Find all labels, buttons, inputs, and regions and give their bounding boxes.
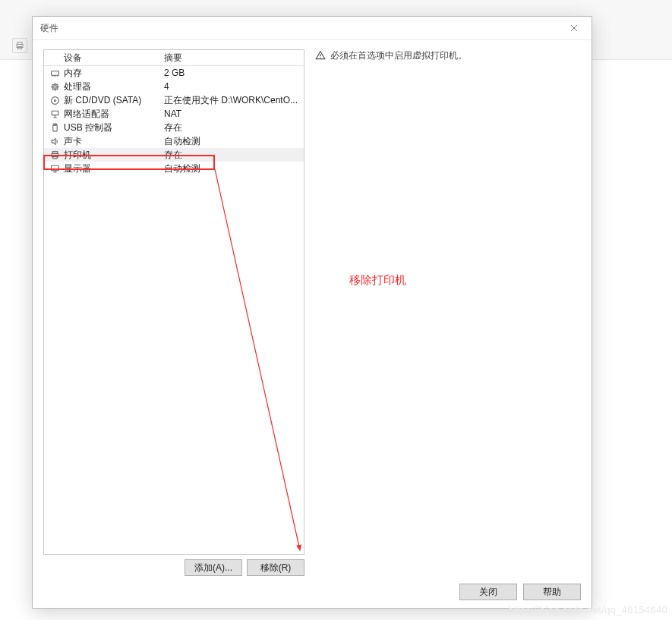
device-list[interactable]: 设备 摘要 内存2 GB处理器4新 CD/DVD (SATA)正在使用文件 D:… (43, 49, 304, 555)
device-panel: 设备 摘要 内存2 GB处理器4新 CD/DVD (SATA)正在使用文件 D:… (43, 49, 304, 576)
device-summary: 自动检测 (162, 162, 304, 175)
device-row[interactable]: USB 控制器存在 (44, 121, 304, 134)
device-name: 声卡 (62, 134, 162, 148)
printer-icon (49, 149, 60, 160)
device-summary: 正在使用文件 D:\WORK\CentO... (162, 93, 304, 107)
device-name: 打印机 (62, 148, 162, 162)
device-summary: NAT (162, 107, 304, 121)
device-buttons: 添加(A)... 移除(R) (43, 559, 304, 576)
network-icon (49, 109, 60, 119)
device-name: 新 CD/DVD (SATA) (62, 93, 162, 107)
device-summary: 自动检测 (162, 134, 304, 148)
device-summary: 4 (162, 80, 304, 93)
column-device: 设备 (62, 51, 162, 65)
device-summary: 存在 (162, 148, 304, 162)
close-dialog-button[interactable]: 关闭 (459, 584, 517, 600)
cpu-icon (49, 81, 60, 92)
add-button[interactable]: 添加(A)... (185, 559, 242, 576)
device-row[interactable]: 网络适配器NAT (44, 107, 304, 121)
device-row[interactable]: 打印机存在 (44, 148, 304, 162)
usb-icon (49, 122, 60, 133)
printer-icon (12, 38, 27, 53)
device-list-header: 设备 摘要 (44, 50, 304, 66)
hardware-dialog: 硬件 设备 摘要 内存2 GB处理器4新 CD/DVD (SATA)正在使用文件… (32, 16, 592, 609)
device-name: USB 控制器 (62, 121, 162, 134)
column-summary: 摘要 (162, 51, 304, 65)
content-row: 设备 摘要 内存2 GB处理器4新 CD/DVD (SATA)正在使用文件 D:… (43, 49, 581, 576)
display-icon (49, 163, 60, 174)
help-button[interactable]: 帮助 (523, 584, 581, 600)
warning-icon (315, 50, 326, 61)
dialog-body: 设备 摘要 内存2 GB处理器4新 CD/DVD (SATA)正在使用文件 D:… (33, 40, 592, 608)
remove-button[interactable]: 移除(R) (247, 559, 304, 576)
device-name: 显示器 (62, 162, 162, 175)
close-button[interactable] (561, 19, 587, 37)
titlebar: 硬件 (33, 17, 592, 40)
close-icon (570, 24, 578, 32)
device-name: 内存 (62, 66, 162, 80)
device-row[interactable]: 新 CD/DVD (SATA)正在使用文件 D:\WORK\CentO... (44, 93, 304, 107)
warning-message: 必须在首选项中启用虚拟打印机。 (315, 49, 581, 62)
device-row[interactable]: 显示器自动检测 (44, 162, 304, 175)
sound-icon (49, 136, 60, 146)
device-name: 网络适配器 (62, 107, 162, 121)
svg-point-6 (320, 57, 320, 58)
dialog-footer: 关闭 帮助 (43, 576, 581, 600)
device-summary: 存在 (162, 121, 304, 134)
memory-icon (49, 68, 60, 78)
detail-panel: 必须在首选项中启用虚拟打印机。 (315, 49, 581, 576)
device-summary: 2 GB (162, 66, 304, 80)
disc-icon (49, 95, 60, 105)
device-row[interactable]: 声卡自动检测 (44, 134, 304, 148)
dialog-title: 硬件 (40, 22, 58, 35)
device-row[interactable]: 处理器4 (44, 80, 304, 93)
warning-text: 必须在首选项中启用虚拟打印机。 (330, 49, 467, 62)
device-row[interactable]: 内存2 GB (44, 66, 304, 80)
device-name: 处理器 (62, 80, 162, 93)
